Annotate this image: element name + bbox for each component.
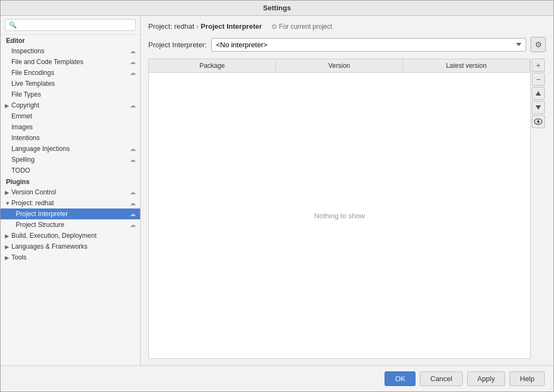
svg-point-1 [537, 121, 540, 123]
sync-icon: ☁ [130, 156, 136, 163]
for-current-project: ⊙ For current project [272, 23, 332, 30]
sync-icon: ☁ [130, 146, 136, 153]
breadcrumb-page-title: Project Interpreter [201, 22, 262, 30]
side-actions: + − [531, 59, 546, 359]
language-injections-label: Language Injections [11, 145, 70, 153]
sidebar-item-images[interactable]: Images [1, 122, 140, 132]
project-interpreter-label: Project Interpreter [16, 210, 68, 218]
table-header: Package Version Latest version [149, 59, 530, 73]
expand-arrow-icon: ▶ [5, 233, 11, 239]
col-header-version: Version [276, 59, 403, 72]
footer: OK Cancel Apply Help [1, 365, 553, 391]
interpreter-label: Project Interpreter: [148, 41, 207, 49]
scroll-up-icon [536, 91, 541, 96]
search-input[interactable] [5, 19, 136, 31]
table-wrapper: Package Version Latest version Nothing t… [148, 59, 546, 359]
todo-label: TODO [11, 167, 30, 174]
eye-icon [534, 118, 543, 125]
sidebar-item-spelling[interactable]: Spelling ☁ [1, 154, 140, 165]
gear-button[interactable]: ⚙ [531, 37, 546, 52]
expand-arrow-icon: ▶ [5, 189, 11, 195]
copyright-label: Copyright [11, 102, 39, 109]
file-types-label: File Types [11, 91, 41, 98]
settings-dialog: Settings Editor Inspections ☁ File and C… [0, 0, 554, 392]
table-body-empty: Nothing to show [149, 73, 530, 358]
ok-button[interactable]: OK [385, 371, 415, 386]
version-control-label: Version Control [11, 188, 56, 196]
project-structure-label: Project Structure [16, 221, 64, 229]
live-templates-label: Live Templates [11, 80, 55, 87]
sidebar-item-file-encodings[interactable]: File Encodings ☁ [1, 67, 140, 78]
sync-icon: ☁ [130, 211, 136, 218]
search-box[interactable] [1, 16, 140, 35]
expand-arrow-icon: ▶ [5, 255, 11, 261]
sync-icon: ☁ [130, 222, 136, 229]
sidebar-item-copyright[interactable]: ▶ Copyright ☁ [1, 100, 140, 111]
languages-label: Languages & Frameworks [11, 243, 87, 250]
sync-icon: ☁ [130, 200, 136, 207]
sidebar-item-build[interactable]: ▶ Build, Execution, Deployment [1, 230, 140, 241]
project-redhat-label: Project: redhat [11, 199, 54, 207]
main-panel: Project: redhat › Project Interpreter ⊙ … [141, 16, 553, 365]
remove-package-button[interactable]: − [532, 73, 545, 86]
show-all-button[interactable] [532, 115, 545, 128]
sidebar-item-tools[interactable]: ▶ Tools [1, 252, 140, 263]
sidebar-item-inspections[interactable]: Inspections ☁ [1, 46, 140, 56]
sync-icon: ☁ [130, 102, 136, 109]
add-package-button[interactable]: + [532, 59, 545, 72]
interpreter-row: Project Interpreter: <No interpreter> ⚙ [148, 37, 546, 52]
sidebar-item-language-injections[interactable]: Language Injections ☁ [1, 143, 140, 154]
sidebar-item-project-redhat[interactable]: ▼ Project: redhat ☁ [1, 198, 140, 208]
file-encodings-label: File Encodings [11, 69, 54, 77]
sidebar-item-live-templates[interactable]: Live Templates [1, 78, 140, 89]
tools-label: Tools [11, 254, 27, 261]
sidebar-item-languages[interactable]: ▶ Languages & Frameworks [1, 241, 140, 252]
empty-message: Nothing to show [314, 212, 364, 220]
intentions-label: Intentions [11, 134, 40, 142]
sync-icon: ☁ [130, 59, 136, 66]
emmet-label: Emmet [11, 112, 32, 120]
breadcrumb: Project: redhat › Project Interpreter ⊙ … [148, 22, 546, 30]
sync-icon: ☁ [130, 189, 136, 196]
expand-arrow-icon: ▼ [5, 200, 11, 206]
sidebar-item-project-structure[interactable]: Project Structure ☁ [1, 219, 140, 230]
help-button[interactable]: Help [509, 371, 545, 386]
sidebar-item-todo[interactable]: TODO [1, 165, 140, 176]
expand-arrow-icon: ▶ [5, 244, 11, 250]
col-header-latest: Latest version [403, 59, 530, 72]
images-label: Images [11, 123, 33, 131]
content-area: Editor Inspections ☁ File and Code Templ… [1, 16, 553, 365]
scroll-up-button[interactable] [532, 87, 545, 100]
interpreter-select[interactable]: <No interpreter> [211, 38, 526, 52]
title-bar: Settings [1, 1, 553, 16]
sync-icon: ☁ [130, 69, 136, 77]
sidebar-item-file-code-templates[interactable]: File and Code Templates ☁ [1, 56, 140, 67]
sync-icon: ☁ [130, 48, 136, 55]
dialog-title: Settings [263, 4, 291, 12]
build-label: Build, Execution, Deployment [11, 232, 97, 239]
breadcrumb-separator: › [197, 23, 199, 30]
sidebar-item-file-types[interactable]: File Types [1, 89, 140, 100]
sidebar-item-intentions[interactable]: Intentions [1, 132, 140, 143]
inspections-label: Inspections [11, 47, 45, 55]
editor-section: Editor [1, 35, 140, 46]
scroll-down-icon [536, 105, 541, 110]
scroll-down-button[interactable] [532, 101, 545, 114]
spelling-label: Spelling [11, 156, 35, 163]
expand-arrow-icon: ▶ [5, 103, 11, 109]
file-code-templates-label: File and Code Templates [11, 58, 84, 66]
sidebar-item-emmet[interactable]: Emmet [1, 111, 140, 122]
breadcrumb-project: Project: redhat [148, 22, 194, 30]
plugins-section: Plugins [1, 176, 140, 187]
cancel-button[interactable]: Cancel [420, 371, 462, 386]
sidebar: Editor Inspections ☁ File and Code Templ… [1, 16, 141, 365]
col-header-package: Package [149, 59, 276, 72]
package-table: Package Version Latest version Nothing t… [148, 59, 531, 359]
apply-button[interactable]: Apply [467, 371, 506, 386]
sidebar-item-project-interpreter[interactable]: Project Interpreter ☁ [1, 208, 140, 219]
sidebar-item-version-control[interactable]: ▶ Version Control ☁ [1, 187, 140, 198]
